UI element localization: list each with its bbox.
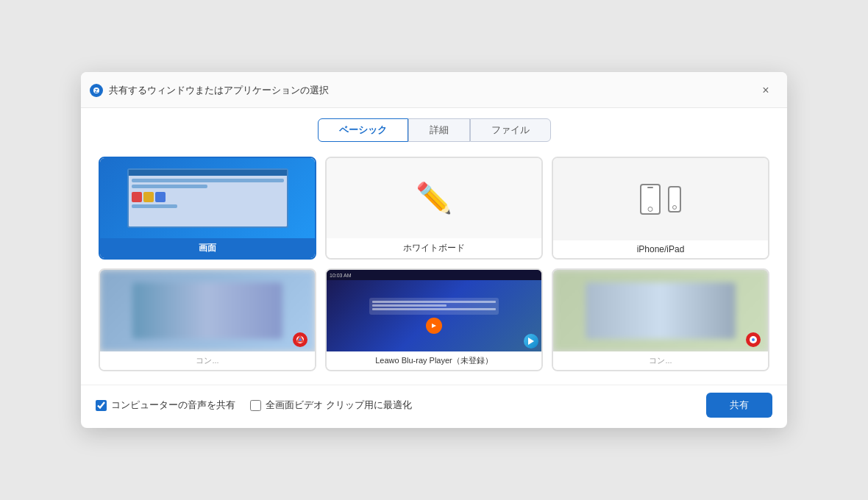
screen-thumbnail	[100, 158, 315, 238]
svg-point-6	[752, 338, 755, 341]
whiteboard-label: ホワイトボード	[327, 238, 541, 258]
leawo-logo	[426, 318, 442, 334]
dialog: Z 共有するウィンドウまたはアプリケーションの選択 × ベーシック 詳細 ファイ…	[81, 72, 787, 428]
screen-label: 画面	[100, 238, 315, 258]
screen-item[interactable]: 画面	[99, 157, 316, 260]
whiteboard-thumbnail: ✏️	[327, 158, 541, 238]
computer-audio-label: コンピューターの音声を共有	[111, 399, 235, 412]
fullscreen-checkbox-wrap[interactable]: 全画面ビデオ クリップ用に最適化	[250, 399, 412, 412]
iphone-ipad-thumbnail	[553, 158, 768, 240]
fullscreen-checkbox[interactable]	[250, 400, 261, 411]
blurred-label-2: コン...	[553, 351, 768, 370]
blurred-thumbnail-2	[553, 270, 768, 351]
leawo-label: Leawo Blu-ray Player（未登録）	[327, 351, 541, 370]
whiteboard-item[interactable]: ✏️ ホワイトボード	[325, 157, 543, 260]
blurred-item-1[interactable]: コン...	[99, 268, 316, 371]
app-panel	[369, 298, 498, 315]
ipad-shape	[640, 184, 661, 215]
blurred-thumbnail-1	[100, 270, 315, 351]
iphone-shape	[668, 186, 681, 213]
grid: 画面 ✏️ ホワイトボード	[99, 157, 769, 371]
footer: コンピューターの音声を共有 全画面ビデオ クリップ用に最適化 共有	[81, 385, 787, 428]
iphone-ipad-item[interactable]: iPhone/iPad	[552, 157, 769, 260]
content-area: 画面 ✏️ ホワイトボード	[81, 149, 787, 385]
titlebar: Z 共有するウィンドウまたはアプリケーションの選択 ×	[81, 72, 787, 108]
tab-basic[interactable]: ベーシック	[318, 118, 408, 142]
svg-text:Z: Z	[95, 88, 99, 93]
svg-marker-3	[432, 324, 436, 328]
dialog-icon: Z	[90, 84, 103, 97]
computer-audio-checkbox[interactable]	[96, 400, 107, 411]
leawo-item[interactable]: 10:03 AM	[325, 268, 543, 371]
tab-detail[interactable]: 詳細	[408, 118, 470, 142]
ipad-device	[640, 184, 681, 215]
computer-audio-checkbox-wrap[interactable]: コンピューターの音声を共有	[96, 399, 235, 412]
iphone-ipad-label: iPhone/iPad	[553, 240, 768, 258]
leawo-badge	[524, 334, 538, 349]
fullscreen-label: 全画面ビデオ クリップ用に最適化	[266, 399, 412, 412]
pencil-icon: ✏️	[416, 181, 452, 215]
tab-file[interactable]: ファイル	[470, 118, 551, 142]
chrome-icon-2	[746, 332, 761, 347]
leawo-thumbnail: 10:03 AM	[327, 270, 541, 351]
close-button[interactable]: ×	[756, 81, 775, 100]
chrome-icon-1	[293, 332, 307, 347]
blurred-item-2[interactable]: コン...	[552, 268, 769, 371]
tabs-row: ベーシック 詳細 ファイル	[81, 108, 787, 149]
svg-marker-4	[528, 338, 534, 345]
dialog-title: 共有するウィンドウまたはアプリケーションの選択	[109, 84, 756, 97]
blurred-label-1: コン...	[100, 351, 315, 370]
share-button[interactable]: 共有	[706, 393, 772, 418]
app-bar: 10:03 AM	[327, 270, 541, 280]
